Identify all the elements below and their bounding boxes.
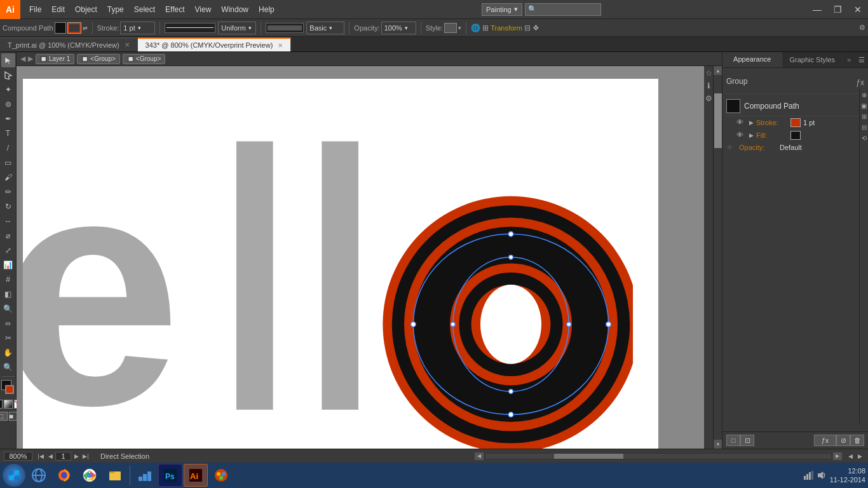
tool-paintbrush[interactable]: 🖌 xyxy=(1,170,15,184)
start-button[interactable] xyxy=(3,464,25,487)
scroll-right-btn[interactable]: ▶ xyxy=(833,452,842,460)
menu-file[interactable]: File xyxy=(24,0,46,19)
taskbar-chrome[interactable] xyxy=(78,464,102,487)
h-scrollbar[interactable]: ◀ ▶ xyxy=(475,452,843,460)
gradient-swatch[interactable] xyxy=(4,400,13,409)
last-page-btn[interactable]: ▶| xyxy=(81,452,90,461)
menu-effect[interactable]: Effect xyxy=(160,0,189,19)
clear-appearance-btn[interactable]: ⊘ xyxy=(836,435,850,446)
tool-zoom[interactable]: 🔍 xyxy=(1,360,15,374)
delete-item-btn[interactable]: 🗑 xyxy=(850,435,864,446)
tool-mesh[interactable]: # xyxy=(1,273,15,287)
tab-graphic-styles[interactable]: Graphic Styles xyxy=(783,52,843,67)
tool-eyedropper[interactable]: 🔍 xyxy=(1,302,15,316)
scroll-thumb[interactable] xyxy=(714,93,722,148)
panel-right-icon3[interactable]: ⊞ xyxy=(862,113,867,120)
page-input[interactable] xyxy=(55,452,71,461)
menu-window[interactable]: Window xyxy=(216,0,254,19)
scroll-track[interactable] xyxy=(714,75,722,440)
minimize-btn[interactable]: — xyxy=(807,0,827,19)
stroke-expand[interactable]: ▶ xyxy=(749,119,754,126)
screen-mode-btn[interactable]: Painting ▾ xyxy=(482,3,522,16)
background-color[interactable] xyxy=(5,385,14,394)
info-icon[interactable]: ℹ xyxy=(707,81,710,90)
tool-type[interactable]: T xyxy=(1,126,15,140)
taskbar-explorer[interactable] xyxy=(103,464,127,487)
taskbar-ie[interactable] xyxy=(27,464,51,487)
stroke-color-swatch[interactable] xyxy=(790,118,801,127)
restore-btn[interactable]: ❐ xyxy=(827,0,848,19)
close-btn[interactable]: ✕ xyxy=(848,0,868,19)
panel-tab-more[interactable]: » xyxy=(843,52,855,67)
settings-icon[interactable]: ⚙ xyxy=(705,94,712,103)
tool-magic-wand[interactable]: ✦ xyxy=(1,83,15,97)
snap-icon[interactable]: ⊕ xyxy=(862,92,867,98)
stroke-type-dropdown[interactable]: Uniform xyxy=(218,22,256,34)
tool-lasso[interactable]: ⊚ xyxy=(1,97,15,111)
tool-blend[interactable]: ∞ xyxy=(1,316,15,330)
first-page-btn[interactable]: |◀ xyxy=(36,452,45,461)
stroke-line-preview[interactable] xyxy=(165,23,215,33)
extra-nav-1[interactable]: ◀ xyxy=(846,452,855,461)
stroke-eye-icon[interactable]: 👁 xyxy=(736,118,747,127)
new-item-btn[interactable]: □ xyxy=(726,435,740,446)
tool-gradient[interactable]: ◧ xyxy=(1,287,15,301)
tool-direct-selection[interactable] xyxy=(1,68,15,82)
move-to-layer-btn[interactable]: ⊡ xyxy=(740,435,754,446)
opacity-dropdown[interactable]: 100% xyxy=(381,22,416,34)
style-preview[interactable] xyxy=(444,23,457,33)
breadcrumb-layer[interactable]: 🔲 Layer 1 xyxy=(36,54,74,64)
fill-color-swatch[interactable] xyxy=(790,131,801,140)
tool-mirror[interactable]: ↔ xyxy=(1,214,15,228)
tool-selection[interactable] xyxy=(1,53,15,67)
breadcrumb-back[interactable]: ◀ xyxy=(20,55,25,63)
tab-appearance[interactable]: Appearance xyxy=(722,52,783,67)
tool-rect[interactable]: ▭ xyxy=(1,156,15,170)
fill-eye-icon[interactable]: 👁 xyxy=(736,131,747,140)
h-scroll-track[interactable] xyxy=(485,453,832,459)
tab-2[interactable]: 343* @ 800% (CMYK/Overprint Preview) ✕ xyxy=(138,37,292,51)
panel-right-icon2[interactable]: ▣ xyxy=(861,102,867,109)
scroll-up-btn[interactable]: ▲ xyxy=(714,66,722,75)
globe-icon[interactable]: 🌐 xyxy=(471,24,480,32)
tab-2-close[interactable]: ✕ xyxy=(278,42,283,49)
breadcrumb-group1[interactable]: 🔲 <Group> xyxy=(77,54,119,64)
search-box[interactable]: 🔍 xyxy=(525,3,601,16)
taskbar-network[interactable] xyxy=(133,464,157,487)
taskbar-ps[interactable]: Ps xyxy=(158,464,182,487)
menu-object[interactable]: Object xyxy=(70,0,102,19)
next-page-btn[interactable]: ▶ xyxy=(72,452,81,461)
taskbar-firefox[interactable] xyxy=(52,464,76,487)
vertical-scrollbar[interactable]: ▲ ▼ xyxy=(713,66,722,449)
color-black-swatch[interactable] xyxy=(0,400,3,409)
menu-select[interactable]: Select xyxy=(129,0,160,19)
menu-view[interactable]: View xyxy=(190,0,217,19)
fill-type-dropdown[interactable]: Basic xyxy=(306,22,344,34)
scroll-left-btn[interactable]: ◀ xyxy=(475,452,484,460)
tool-rotate[interactable]: ↻ xyxy=(1,200,15,214)
prev-page-btn[interactable]: ◀ xyxy=(46,452,55,461)
normal-mode-icon[interactable]: □ xyxy=(0,412,8,421)
panel-right-icon5[interactable]: ⟲ xyxy=(862,135,867,142)
tab-1-close[interactable]: ✕ xyxy=(125,41,130,48)
stroke-preview[interactable] xyxy=(67,22,81,34)
align-icon[interactable]: ⊟ xyxy=(524,24,531,32)
panel-menu-btn[interactable]: ☰ xyxy=(855,52,868,67)
breadcrumb-group2[interactable]: 🔲 <Group> xyxy=(123,54,165,64)
panel-right-icon4[interactable]: ⊟ xyxy=(862,124,867,131)
pathfinder-icon[interactable]: ❖ xyxy=(532,24,539,32)
h-scroll-thumb[interactable] xyxy=(554,454,623,459)
opacity-eye-icon[interactable]: 👁 xyxy=(726,144,736,151)
extra-nav-2[interactable]: ▶ xyxy=(855,452,864,461)
tool-line[interactable]: / xyxy=(1,141,15,155)
stroke-weight-dropdown[interactable]: 1 pt xyxy=(120,22,155,34)
tool-pen[interactable]: ✒ xyxy=(1,112,15,126)
menu-help[interactable]: Help xyxy=(254,0,280,19)
tool-warp[interactable]: ⌀ xyxy=(1,229,15,243)
fill-expand[interactable]: ▶ xyxy=(749,132,754,139)
transform-icon[interactable]: ⊞ xyxy=(482,24,489,32)
scroll-down-btn[interactable]: ▼ xyxy=(714,440,722,449)
menu-edit[interactable]: Edit xyxy=(46,0,70,19)
menu-type[interactable]: Type xyxy=(102,0,129,19)
fill-preview[interactable] xyxy=(55,22,66,34)
